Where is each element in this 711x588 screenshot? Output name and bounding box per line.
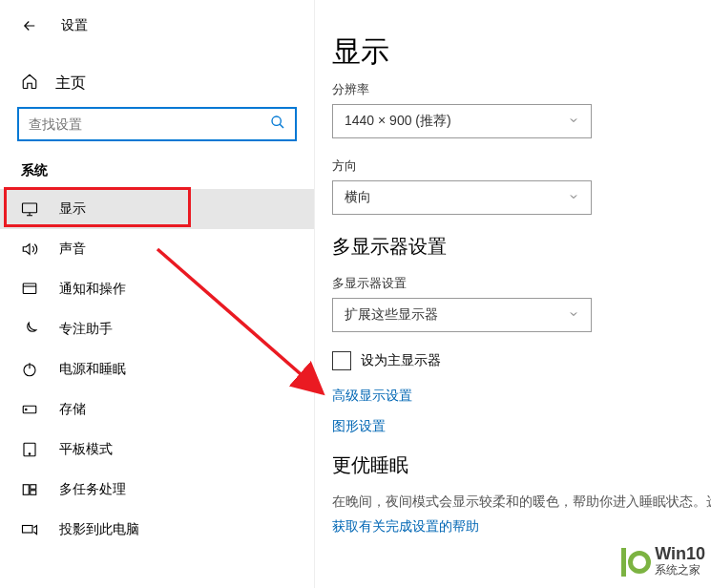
sleep-heading: 更优睡眠	[332, 452, 711, 478]
checkbox-icon	[332, 351, 351, 370]
svg-point-0	[272, 116, 281, 125]
storage-icon	[21, 401, 38, 418]
svg-rect-8	[23, 485, 29, 495]
sidebar-item-sound[interactable]: 声音	[0, 229, 314, 269]
sidebar-item-label: 电源和睡眠	[59, 361, 126, 378]
sidebar-item-label: 主页	[55, 74, 86, 94]
section-label: 系统	[0, 162, 314, 189]
sidebar-item-label: 多任务处理	[59, 481, 126, 498]
search-input[interactable]	[19, 116, 261, 132]
sidebar-item-focus[interactable]: 专注助手	[0, 309, 314, 349]
notification-icon	[21, 281, 38, 298]
page-title: 显示	[332, 32, 711, 72]
resolution-select[interactable]: 1440 × 900 (推荐)	[332, 104, 592, 138]
moon-icon	[21, 321, 38, 338]
sidebar-item-home[interactable]: 主页	[0, 65, 314, 107]
watermark-line2: 系统之家	[655, 562, 705, 578]
advanced-display-link[interactable]: 高级显示设置	[332, 388, 711, 405]
primary-display-checkbox[interactable]: 设为主显示器	[332, 351, 711, 370]
checkbox-label: 设为主显示器	[361, 352, 441, 369]
select-value: 横向	[345, 189, 371, 206]
back-button[interactable]	[21, 17, 38, 34]
sleep-description: 在晚间，夜间模式会显示较柔和的暖色，帮助你进入睡眠状态。选	[332, 494, 711, 511]
svg-rect-11	[23, 526, 33, 534]
sidebar-item-multitask[interactable]: 多任务处理	[0, 470, 314, 510]
sidebar-item-label: 通知和操作	[59, 281, 126, 298]
sidebar-item-notifications[interactable]: 通知和操作	[0, 269, 314, 309]
orientation-label: 方向	[332, 158, 711, 175]
resolution-label: 分辨率	[332, 81, 711, 98]
sidebar-item-power[interactable]: 电源和睡眠	[0, 349, 314, 389]
select-value: 扩展这些显示器	[345, 306, 438, 324]
orientation-select[interactable]: 横向	[332, 180, 592, 215]
multi-display-label: 多显示器设置	[332, 275, 711, 292]
search-icon	[261, 115, 295, 134]
sidebar-item-label: 声音	[59, 241, 86, 258]
sidebar-item-label: 存储	[59, 401, 86, 418]
svg-rect-9	[31, 485, 36, 490]
speaker-icon	[21, 241, 38, 258]
project-icon	[21, 521, 38, 538]
main-content: 显示 分辨率 1440 × 900 (推荐) 方向 横向 多显示器设置 多显示器…	[315, 0, 711, 588]
nav-list: 显示 声音 通知和操作 专注助手 电源和睡眠 存储	[0, 189, 314, 550]
arrow-left-icon	[21, 17, 38, 34]
sidebar: 设置 主页 系统 显示 声音	[0, 0, 315, 588]
graphics-settings-link[interactable]: 图形设置	[332, 418, 711, 435]
watermark-logo-icon	[621, 548, 651, 577]
sidebar-item-project[interactable]: 投影到此电脑	[0, 510, 314, 550]
tablet-icon	[21, 441, 38, 458]
home-icon	[21, 73, 38, 94]
monitor-icon	[21, 200, 38, 218]
svg-point-7	[29, 453, 31, 455]
multi-display-heading: 多显示器设置	[332, 234, 711, 260]
sidebar-item-display[interactable]: 显示	[0, 189, 314, 229]
power-icon	[21, 361, 38, 378]
watermark-line1: Win10	[655, 545, 705, 562]
svg-rect-2	[23, 284, 36, 294]
svg-point-5	[26, 409, 28, 410]
sidebar-item-label: 平板模式	[59, 441, 113, 458]
svg-rect-1	[23, 203, 37, 213]
svg-rect-10	[31, 491, 36, 495]
sidebar-item-tablet[interactable]: 平板模式	[0, 430, 314, 470]
sidebar-item-label: 显示	[59, 200, 86, 218]
multitask-icon	[21, 481, 38, 498]
multi-display-select[interactable]: 扩展这些显示器	[332, 298, 592, 332]
sidebar-item-storage[interactable]: 存储	[0, 389, 314, 430]
search-box[interactable]	[17, 107, 297, 141]
window-title: 设置	[61, 17, 88, 34]
select-value: 1440 × 900 (推荐)	[345, 113, 451, 130]
chevron-down-icon	[568, 307, 579, 323]
chevron-down-icon	[568, 190, 579, 205]
sleep-help-link[interactable]: 获取有关完成设置的帮助	[332, 518, 711, 536]
watermark: Win10 系统之家	[621, 545, 705, 578]
chevron-down-icon	[568, 114, 579, 129]
sidebar-item-label: 投影到此电脑	[59, 521, 139, 538]
sidebar-item-label: 专注助手	[59, 321, 113, 338]
